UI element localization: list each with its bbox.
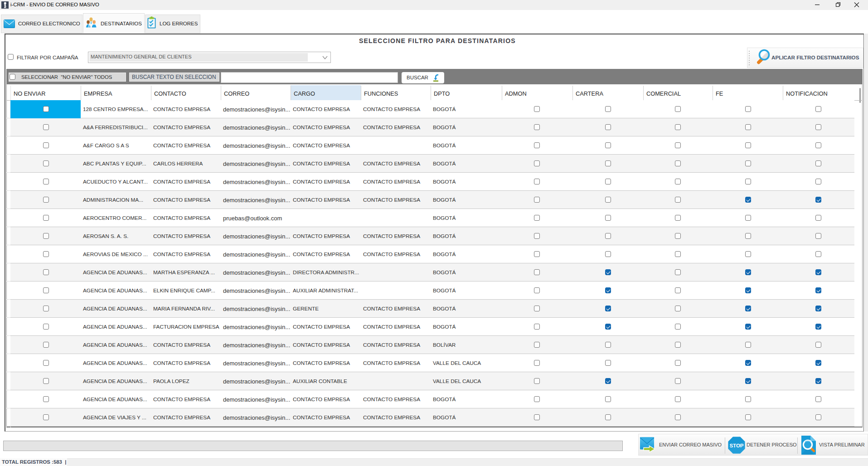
svg-text:STOP: STOP bbox=[729, 443, 743, 448]
